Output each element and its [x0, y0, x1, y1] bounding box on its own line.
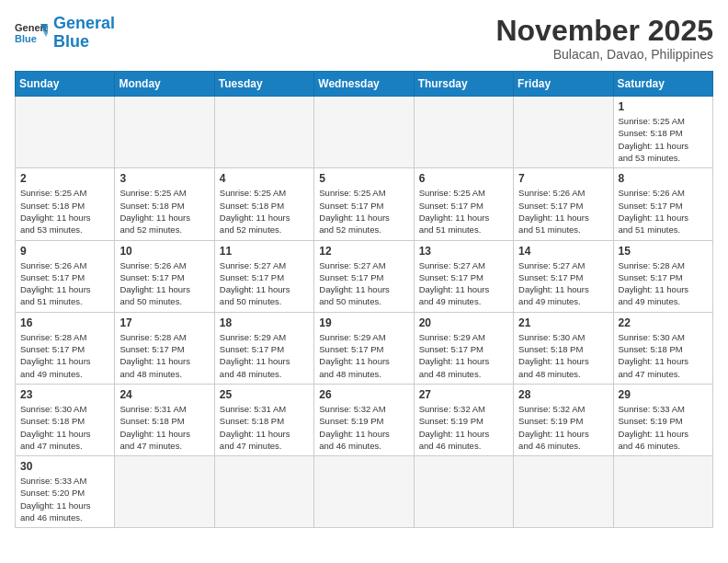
day-number: 2 [20, 172, 109, 185]
day-info: Sunrise: 5:30 AMSunset: 5:18 PMDaylight:… [619, 331, 708, 380]
day-number: 29 [619, 388, 708, 401]
day-number: 4 [220, 172, 309, 185]
calendar-week-1: 2Sunrise: 5:25 AMSunset: 5:18 PMDaylight… [16, 168, 713, 240]
title-block: November 2025 Bulacan, Davao, Philippine… [495, 15, 713, 62]
day-info: Sunrise: 5:31 AMSunset: 5:18 PMDaylight:… [119, 403, 209, 452]
day-info: Sunrise: 5:27 AMSunset: 5:17 PMDaylight:… [220, 259, 309, 308]
calendar-cell: 17Sunrise: 5:28 AMSunset: 5:17 PMDayligh… [115, 312, 214, 384]
day-number: 16 [20, 316, 109, 329]
calendar-week-2: 9Sunrise: 5:26 AMSunset: 5:17 PMDaylight… [16, 240, 713, 312]
calendar-cell [514, 456, 613, 528]
day-info: Sunrise: 5:27 AMSunset: 5:17 PMDaylight:… [419, 259, 508, 308]
day-number: 8 [619, 172, 708, 185]
day-info: Sunrise: 5:27 AMSunset: 5:17 PMDaylight:… [518, 259, 608, 308]
calendar-cell [214, 456, 313, 528]
day-info: Sunrise: 5:32 AMSunset: 5:19 PMDaylight:… [319, 403, 408, 452]
calendar-cell: 29Sunrise: 5:33 AMSunset: 5:19 PMDayligh… [613, 384, 712, 455]
calendar-cell: 23Sunrise: 5:30 AMSunset: 5:18 PMDayligh… [16, 384, 115, 455]
day-number: 28 [518, 388, 608, 401]
calendar-cell [314, 97, 414, 168]
svg-text:Blue: Blue [15, 33, 37, 44]
day-number: 21 [518, 316, 608, 329]
calendar-cell [613, 456, 712, 528]
page: General Blue GeneralBlue November 2025 B… [0, 0, 728, 543]
calendar-cell: 26Sunrise: 5:32 AMSunset: 5:19 PMDayligh… [314, 384, 414, 455]
month-title: November 2025 [495, 15, 713, 47]
day-number: 27 [419, 388, 508, 401]
day-info: Sunrise: 5:26 AMSunset: 5:17 PMDaylight:… [20, 259, 109, 308]
calendar-cell: 16Sunrise: 5:28 AMSunset: 5:17 PMDayligh… [16, 312, 115, 384]
svg-marker-3 [42, 29, 48, 37]
calendar-cell [16, 97, 115, 168]
header: General Blue GeneralBlue November 2025 B… [15, 15, 713, 62]
calendar-cell: 13Sunrise: 5:27 AMSunset: 5:17 PMDayligh… [414, 240, 513, 312]
calendar-cell: 9Sunrise: 5:26 AMSunset: 5:17 PMDaylight… [16, 240, 115, 312]
calendar-cell: 4Sunrise: 5:25 AMSunset: 5:18 PMDaylight… [214, 168, 313, 240]
calendar-cell: 6Sunrise: 5:25 AMSunset: 5:17 PMDaylight… [414, 168, 513, 240]
header-thursday: Thursday [414, 72, 513, 97]
day-info: Sunrise: 5:29 AMSunset: 5:17 PMDaylight:… [220, 331, 309, 380]
day-info: Sunrise: 5:32 AMSunset: 5:19 PMDaylight:… [518, 403, 608, 452]
day-number: 13 [419, 245, 508, 258]
day-number: 26 [319, 388, 408, 401]
calendar-cell: 11Sunrise: 5:27 AMSunset: 5:17 PMDayligh… [214, 240, 313, 312]
logo: General Blue GeneralBlue [15, 15, 115, 52]
calendar-cell: 25Sunrise: 5:31 AMSunset: 5:18 PMDayligh… [214, 384, 313, 455]
calendar-cell [514, 97, 613, 168]
day-number: 19 [319, 316, 408, 329]
day-info: Sunrise: 5:26 AMSunset: 5:17 PMDaylight:… [518, 187, 608, 236]
day-info: Sunrise: 5:26 AMSunset: 5:17 PMDaylight:… [619, 187, 708, 236]
day-number: 6 [419, 172, 508, 185]
day-number: 1 [619, 100, 708, 113]
logo-icon: General Blue [15, 17, 48, 50]
day-info: Sunrise: 5:30 AMSunset: 5:18 PMDaylight:… [518, 331, 608, 380]
calendar-cell [414, 97, 513, 168]
day-number: 12 [319, 245, 408, 258]
logo-text: GeneralBlue [53, 15, 115, 52]
calendar-week-4: 23Sunrise: 5:30 AMSunset: 5:18 PMDayligh… [16, 384, 713, 455]
calendar-week-3: 16Sunrise: 5:28 AMSunset: 5:17 PMDayligh… [16, 312, 713, 384]
calendar-cell: 2Sunrise: 5:25 AMSunset: 5:18 PMDaylight… [16, 168, 115, 240]
day-info: Sunrise: 5:28 AMSunset: 5:17 PMDaylight:… [619, 259, 708, 308]
header-tuesday: Tuesday [214, 72, 313, 97]
day-number: 15 [619, 245, 708, 258]
calendar-header-row: Sunday Monday Tuesday Wednesday Thursday… [16, 72, 713, 97]
day-info: Sunrise: 5:27 AMSunset: 5:17 PMDaylight:… [319, 259, 408, 308]
calendar-cell [314, 456, 414, 528]
day-info: Sunrise: 5:25 AMSunset: 5:17 PMDaylight:… [419, 187, 508, 236]
calendar-cell [214, 97, 313, 168]
day-info: Sunrise: 5:26 AMSunset: 5:17 PMDaylight:… [119, 259, 209, 308]
calendar-cell: 14Sunrise: 5:27 AMSunset: 5:17 PMDayligh… [514, 240, 613, 312]
day-number: 23 [20, 388, 109, 401]
day-info: Sunrise: 5:30 AMSunset: 5:18 PMDaylight:… [20, 403, 109, 452]
day-info: Sunrise: 5:33 AMSunset: 5:20 PMDaylight:… [20, 475, 109, 523]
subtitle: Bulacan, Davao, Philippines [495, 47, 713, 62]
day-info: Sunrise: 5:25 AMSunset: 5:18 PMDaylight:… [20, 187, 109, 236]
day-info: Sunrise: 5:25 AMSunset: 5:17 PMDaylight:… [319, 187, 408, 236]
header-friday: Friday [514, 72, 613, 97]
calendar-cell: 5Sunrise: 5:25 AMSunset: 5:17 PMDaylight… [314, 168, 414, 240]
day-info: Sunrise: 5:31 AMSunset: 5:18 PMDaylight:… [220, 403, 309, 452]
day-info: Sunrise: 5:32 AMSunset: 5:19 PMDaylight:… [419, 403, 508, 452]
header-wednesday: Wednesday [314, 72, 414, 97]
calendar-cell: 22Sunrise: 5:30 AMSunset: 5:18 PMDayligh… [613, 312, 712, 384]
calendar-cell: 24Sunrise: 5:31 AMSunset: 5:18 PMDayligh… [115, 384, 214, 455]
day-info: Sunrise: 5:29 AMSunset: 5:17 PMDaylight:… [419, 331, 508, 380]
day-number: 5 [319, 172, 408, 185]
calendar-week-5: 30Sunrise: 5:33 AMSunset: 5:20 PMDayligh… [16, 456, 713, 528]
calendar-table: Sunday Monday Tuesday Wednesday Thursday… [15, 71, 713, 528]
calendar-cell [115, 97, 214, 168]
day-number: 7 [518, 172, 608, 185]
calendar-cell: 28Sunrise: 5:32 AMSunset: 5:19 PMDayligh… [514, 384, 613, 455]
calendar-cell: 21Sunrise: 5:30 AMSunset: 5:18 PMDayligh… [514, 312, 613, 384]
day-number: 3 [119, 172, 209, 185]
header-monday: Monday [115, 72, 214, 97]
calendar-cell [115, 456, 214, 528]
calendar-cell: 18Sunrise: 5:29 AMSunset: 5:17 PMDayligh… [214, 312, 313, 384]
header-saturday: Saturday [613, 72, 712, 97]
calendar-cell: 1Sunrise: 5:25 AMSunset: 5:18 PMDaylight… [613, 97, 712, 168]
day-info: Sunrise: 5:25 AMSunset: 5:18 PMDaylight:… [220, 187, 309, 236]
day-info: Sunrise: 5:25 AMSunset: 5:18 PMDaylight:… [119, 187, 209, 236]
calendar-cell: 12Sunrise: 5:27 AMSunset: 5:17 PMDayligh… [314, 240, 414, 312]
calendar-cell: 10Sunrise: 5:26 AMSunset: 5:17 PMDayligh… [115, 240, 214, 312]
